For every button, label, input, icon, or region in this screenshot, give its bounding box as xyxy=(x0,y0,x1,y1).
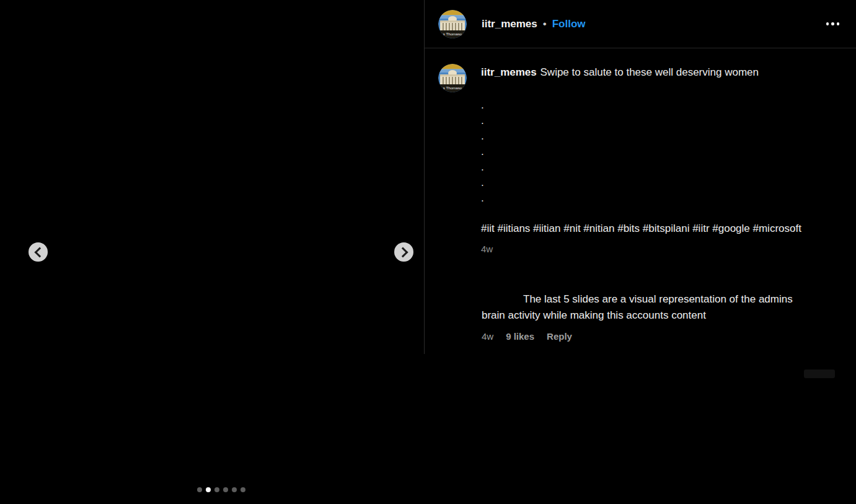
comment-reply-button[interactable]: Reply xyxy=(547,331,572,342)
profile-avatar[interactable]: s Thomaso xyxy=(438,10,467,38)
caption-dot-line: . xyxy=(481,97,812,113)
avatar-image: s Thomaso xyxy=(438,10,467,38)
avatar-image: s Thomaso xyxy=(438,64,467,92)
chevron-left-icon xyxy=(34,247,45,257)
caption-block: iitr_memes Swipe to salute to these well… xyxy=(481,64,812,255)
caption-hashtags[interactable]: #iit #iitians #iitian #nit #nitian #bits… xyxy=(481,221,812,236)
carousel-prev-button[interactable] xyxy=(29,242,48,262)
comment-timestamp: 4w xyxy=(482,331,493,342)
carousel-dot xyxy=(197,487,202,492)
caption-dot-line: . xyxy=(481,113,812,128)
caption-avatar[interactable]: s Thomaso xyxy=(438,64,467,92)
svg-text:s Thomaso: s Thomaso xyxy=(443,86,462,90)
caption-text: Swipe to salute to these well deserving … xyxy=(541,66,759,78)
carousel-dot xyxy=(223,487,228,492)
carousel-media-area xyxy=(0,0,424,504)
caption-username[interactable]: iitr_memes xyxy=(481,66,537,78)
carousel-dots xyxy=(197,487,245,492)
comment-text: The last 5 slides are a visual represent… xyxy=(482,293,793,321)
carousel-dot xyxy=(214,487,219,492)
carousel-dot xyxy=(240,487,245,492)
comment-meta: 4w 9 likes Reply xyxy=(482,331,572,342)
caption-dot-line: . xyxy=(481,144,812,159)
more-options-button[interactable] xyxy=(825,17,841,30)
comment: The last 5 slides are a visual represent… xyxy=(482,291,813,324)
caption-dot-line: . xyxy=(481,159,812,175)
instagram-post-view: s Thomaso iitr_memes • Follow xyxy=(0,0,856,504)
follow-button[interactable]: Follow xyxy=(552,18,586,30)
caption-dot-line: . xyxy=(481,128,812,144)
header-username[interactable]: iitr_memes xyxy=(482,18,537,30)
caption-dot-line: . xyxy=(481,190,812,206)
svg-text:s Thomaso: s Thomaso xyxy=(443,32,462,36)
caption-dot-line: . xyxy=(481,175,812,190)
ellipsis-icon xyxy=(826,22,829,25)
carousel-next-button[interactable] xyxy=(394,242,413,262)
caption-line: iitr_memes Swipe to salute to these well… xyxy=(481,64,812,80)
carousel-dot xyxy=(232,487,237,492)
post-panel: s Thomaso iitr_memes • Follow xyxy=(425,0,856,504)
header-separator: • xyxy=(543,18,547,30)
artifact-smudge xyxy=(804,369,835,378)
chevron-right-icon xyxy=(397,247,408,257)
caption-timestamp: 4w xyxy=(481,244,812,255)
caption-dot-lines: ....... xyxy=(481,97,812,206)
carousel-dot xyxy=(206,487,211,492)
post-header: s Thomaso iitr_memes • Follow xyxy=(425,0,856,48)
comment-username-redacted xyxy=(482,301,523,303)
comment-likes[interactable]: 9 likes xyxy=(506,331,534,342)
